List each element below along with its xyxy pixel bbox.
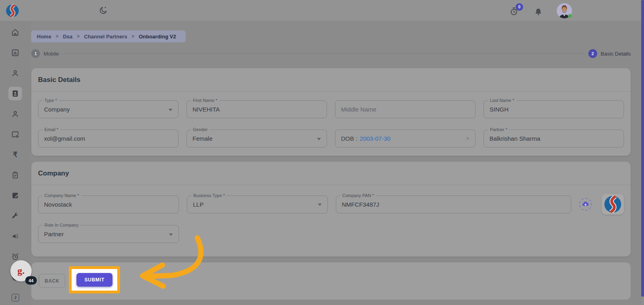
company-name-field[interactable]: Company Name * Novostack bbox=[38, 195, 179, 213]
basic-details-title: Basic Details bbox=[38, 76, 80, 84]
type-select[interactable]: Type * Company bbox=[38, 100, 179, 118]
role-value: Partner bbox=[44, 231, 64, 237]
company-header: Company bbox=[32, 162, 630, 185]
back-button[interactable]: BACK bbox=[39, 274, 65, 288]
home-icon bbox=[11, 28, 20, 37]
bell-icon bbox=[534, 7, 543, 17]
sidebar-item-customers[interactable] bbox=[8, 107, 22, 121]
basic-details-card: Basic Details Type * Company First Name … bbox=[31, 68, 631, 156]
type-value: Company bbox=[44, 106, 70, 113]
basic-details-header: Basic Details bbox=[32, 68, 630, 92]
moon-star-icon bbox=[98, 6, 108, 15]
id-badge-icon bbox=[11, 89, 20, 98]
rupee-icon: ₹ bbox=[13, 150, 17, 159]
scrollbar-track bbox=[641, 0, 644, 305]
business-type-value: LLP bbox=[193, 201, 204, 208]
company-title: Company bbox=[38, 169, 69, 177]
gender-value: Female bbox=[193, 135, 213, 142]
stepper-connector bbox=[64, 54, 584, 54]
sidebar-item-applications[interactable] bbox=[8, 128, 22, 141]
alarm-clock-icon bbox=[11, 252, 20, 261]
last-name-field[interactable]: Last Name * SINGH bbox=[484, 100, 624, 118]
upload-button[interactable] bbox=[579, 198, 592, 211]
breadcrumb-current: Onboarding V2 bbox=[139, 34, 176, 40]
sidebar-item-journal[interactable]: J bbox=[8, 291, 22, 304]
sidebar-item-tools[interactable] bbox=[8, 209, 22, 223]
note-edit-icon bbox=[11, 191, 20, 200]
journal-icon: J bbox=[12, 294, 19, 301]
feedback-widget-label: g. bbox=[18, 265, 25, 276]
company-pan-label: Company PAN * bbox=[340, 193, 376, 198]
feedback-widget-badge: 44 bbox=[25, 276, 37, 285]
first-name-label: First Name * bbox=[191, 98, 219, 103]
breadcrumb-home[interactable]: Home bbox=[37, 34, 51, 40]
chevron-down-icon bbox=[317, 138, 321, 140]
header-actions: 0 bbox=[510, 2, 572, 18]
window-settings-icon bbox=[11, 130, 20, 139]
chevron-down-icon bbox=[169, 233, 173, 236]
dob-field[interactable]: DOB : 2003-07-30 × bbox=[335, 130, 475, 148]
sidebar-item-notes[interactable] bbox=[8, 189, 22, 202]
sidebar-item-dashboard[interactable] bbox=[8, 46, 22, 60]
breadcrumb: Home > Dsa > Channel Partners > Onboardi… bbox=[31, 30, 186, 42]
breadcrumb-channel-partners[interactable]: Channel Partners bbox=[84, 34, 127, 40]
partner-label: Partner * bbox=[488, 127, 509, 132]
first-name-value: NIVEHITA bbox=[193, 106, 220, 113]
middle-name-field[interactable] bbox=[335, 100, 475, 118]
step-2-circle: 2 bbox=[588, 49, 597, 58]
business-type-label: Business Type * bbox=[191, 193, 227, 198]
form-actions-bar: BACK bbox=[31, 262, 631, 300]
cloud-upload-icon bbox=[582, 200, 590, 208]
sidebar-item-home[interactable] bbox=[8, 26, 22, 39]
breadcrumb-dsa[interactable]: Dsa bbox=[63, 34, 72, 40]
step-2-label: Basic Details bbox=[601, 51, 631, 57]
business-type-select[interactable]: Business Type * LLP bbox=[187, 195, 328, 213]
sidebar-item-channel-partners[interactable] bbox=[8, 87, 22, 100]
breadcrumb-separator: > bbox=[132, 34, 134, 39]
chevron-down-icon bbox=[318, 203, 322, 206]
brand-logo[interactable] bbox=[6, 4, 19, 18]
first-name-field[interactable]: First Name * NIVEHITA bbox=[187, 100, 327, 118]
annotation-highlight-box: SUBMIT bbox=[69, 266, 120, 293]
sidebar-item-tasks[interactable] bbox=[8, 168, 22, 182]
company-name-label: Company Name * bbox=[42, 193, 81, 198]
dob-clear-icon[interactable]: × bbox=[466, 135, 469, 142]
clipboard-check-icon bbox=[11, 171, 20, 179]
wrench-icon bbox=[11, 211, 20, 220]
partner-value: Balkrishan Sharma bbox=[490, 135, 540, 142]
role-label: Role In Company bbox=[42, 223, 80, 227]
top-header: 0 bbox=[0, 0, 644, 21]
breadcrumb-separator: > bbox=[56, 34, 58, 39]
last-name-label: Last Name * bbox=[488, 98, 516, 103]
last-name-value: SINGH bbox=[490, 106, 509, 113]
onboarding-stepper: 1 Mobile 2 Basic Details bbox=[31, 49, 631, 58]
megaphone-icon bbox=[11, 232, 20, 241]
partner-field[interactable]: Partner * Balkrishan Sharma bbox=[484, 130, 624, 148]
user-avatar[interactable] bbox=[557, 3, 572, 18]
sidebar-item-announcements[interactable] bbox=[8, 229, 22, 243]
user-icon bbox=[11, 69, 20, 78]
submit-button[interactable]: SUBMIT bbox=[76, 273, 112, 287]
role-in-company-select[interactable]: Role In Company Partner bbox=[38, 225, 179, 243]
notifications-button[interactable] bbox=[534, 7, 543, 17]
scrollbar-thumb[interactable] bbox=[641, 0, 644, 297]
company-name-value: Novostack bbox=[44, 201, 72, 208]
middle-name-input[interactable] bbox=[341, 106, 469, 113]
step-1-label: Mobile bbox=[44, 51, 59, 57]
brand-logo-icon bbox=[6, 4, 19, 18]
email-label: Email * bbox=[42, 127, 60, 132]
step-1-circle: 1 bbox=[31, 49, 40, 58]
sidebar-item-payments[interactable]: ₹ bbox=[8, 148, 22, 161]
company-logo-icon bbox=[604, 195, 622, 213]
bar-chart-icon bbox=[11, 48, 20, 57]
type-label: Type * bbox=[42, 98, 59, 103]
sidebar-item-users[interactable] bbox=[8, 66, 22, 80]
chevron-down-icon bbox=[169, 109, 173, 111]
company-card: Company Company Name * Novostack Busines… bbox=[31, 161, 631, 257]
gender-select[interactable]: Gender Female bbox=[187, 130, 327, 148]
company-pan-field[interactable]: Company PAN * NMFCF3487J bbox=[336, 195, 571, 213]
dark-mode-toggle[interactable] bbox=[98, 6, 109, 16]
user-outline-icon bbox=[11, 110, 20, 118]
email-field[interactable]: Email * xol@gmail.com bbox=[38, 130, 179, 148]
timer-button[interactable]: 0 bbox=[510, 6, 520, 18]
